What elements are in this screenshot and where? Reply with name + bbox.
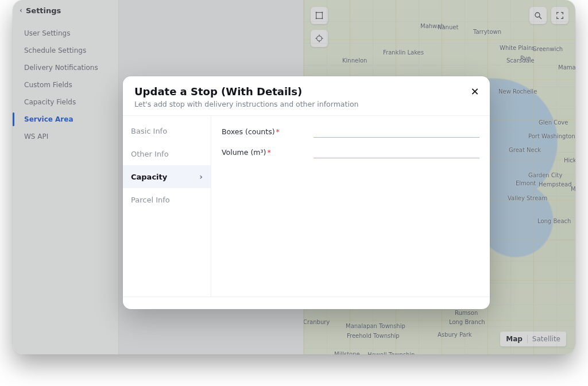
map-city-label: Valley Stream [508,195,547,201]
settings-nav: User Settings Schedule Settings Delivery… [13,20,118,145]
map-city-label: Mamaroneck [558,64,575,71]
settings-sidebar: ‹ Settings User Settings Schedule Settin… [13,0,119,354]
map-city-label: Tarrytown [473,29,501,35]
tab-label: Parcel Info [131,196,170,204]
map-view-controls [529,7,568,24]
tab-other-info[interactable]: Other Info [123,142,211,165]
modal-subtitle: Let's add stop with delivery instruction… [134,100,478,108]
svg-point-5 [317,36,322,41]
fullscreen-icon [555,11,564,20]
modal-content: Boxes (counts)* Volume (m³)* [211,116,490,297]
modal-tabs: Basic Info Other Info Capacity › Parcel … [123,116,211,297]
map-city-label: Mahwah [420,23,444,29]
map-type-map[interactable]: Map [506,335,523,343]
close-button[interactable]: ✕ [468,84,482,98]
locate-button[interactable] [311,30,328,47]
crosshair-icon [315,34,324,43]
map-city-label: Hicksville [564,157,575,163]
update-stop-modal: Update a Stop (With Details) Let's add s… [123,76,490,309]
tab-basic-info[interactable]: Basic Info [123,119,211,142]
sidebar-item-label: Delivery Notifications [24,64,98,72]
settings-back[interactable]: ‹ Settings [13,0,118,20]
svg-point-10 [535,13,540,17]
field-label: Boxes (counts)* [222,127,302,136]
sidebar-item-capacity-fields[interactable]: Capacity Fields [13,94,118,110]
svg-point-1 [316,12,317,13]
sidebar-item-user-settings[interactable]: User Settings [13,25,118,41]
sidebar-item-ws-api[interactable]: WS API [13,128,118,145]
tab-label: Capacity [131,173,167,181]
map-type-toggle[interactable]: Map Satellite [500,332,566,346]
sidebar-item-label: User Settings [24,29,70,37]
field-label: Volume (m³)* [222,148,302,157]
map-city-label: Rye [520,55,531,61]
fullscreen-button[interactable] [551,7,568,24]
svg-point-2 [322,12,323,13]
map-city-label: Kinnelon [342,57,367,64]
settings-title: Settings [26,6,61,15]
tab-parcel-info[interactable]: Parcel Info [123,188,211,211]
field-row-boxes: Boxes (counts)* [222,125,479,138]
tab-label: Basic Info [131,127,167,135]
map-city-label: Great Neck [509,147,541,153]
volume-input[interactable] [314,146,479,158]
modal-title: Update a Stop (With Details) [134,85,478,98]
sidebar-item-custom-fields[interactable]: Custom Fields [13,77,118,93]
map-city-label: Hempstead [539,181,572,188]
map-city-label: Rumson [455,310,478,316]
map-city-label: Howell Township [368,352,415,354]
svg-point-4 [322,18,323,19]
zoom-button[interactable] [529,7,547,24]
modal-footer [123,297,490,309]
map-city-label: Greenwich [532,46,563,52]
sidebar-item-label: WS API [24,132,48,141]
map-draw-controls [311,7,328,47]
sidebar-item-service-area[interactable]: Service Area [13,111,118,127]
map-city-label: Port Washington [528,133,575,139]
magnifier-icon [533,11,543,20]
tab-label: Other Info [131,150,169,158]
map-city-label: Asbury Park [438,332,472,338]
polygon-icon [315,11,324,20]
modal-header: Update a Stop (With Details) Let's add s… [123,76,490,116]
polygon-tool-button[interactable] [311,7,328,24]
map-type-satellite[interactable]: Satellite [532,335,560,343]
map-city-label: Long Branch [449,319,485,325]
svg-line-11 [539,17,541,19]
map-city-label: Freehold Township [347,333,400,339]
map-city-label: Manalapan Township [346,323,405,329]
map-city-label: Cranbury [304,319,330,325]
chevron-right-icon: › [199,172,203,181]
map-city-label: New Rochelle [498,88,537,95]
sidebar-item-delivery-notifications[interactable]: Delivery Notifications [13,60,118,76]
map-city-label: Long Beach [537,218,571,224]
svg-rect-0 [316,13,323,19]
map-city-label: Scarsdale [506,57,535,64]
modal-body: Basic Info Other Info Capacity › Parcel … [123,116,490,297]
map-city-label: Massape [571,186,575,192]
map-city-label: White Plains [500,45,535,51]
sidebar-item-label: Schedule Settings [24,46,86,54]
close-icon: ✕ [470,85,479,98]
sidebar-item-label: Capacity Fields [24,98,76,106]
sidebar-item-label: Service Area [24,115,74,123]
map-city-label: Glen Cove [539,119,568,126]
field-row-volume: Volume (m³)* [222,146,479,158]
svg-point-3 [316,18,317,19]
sidebar-item-schedule-settings[interactable]: Schedule Settings [13,42,118,59]
separator [527,335,528,343]
tab-capacity[interactable]: Capacity › [123,165,211,188]
map-city-label: Franklin Lakes [383,49,424,56]
map-city-label: Garden City [528,172,562,178]
boxes-input[interactable] [314,125,479,138]
map-city-label: Millstone [334,351,360,354]
map-city-label: Nanuet [438,24,458,30]
map-city-label: Elmont [516,180,536,186]
sidebar-item-label: Custom Fields [24,81,72,89]
chevron-left-icon: ‹ [20,7,22,14]
